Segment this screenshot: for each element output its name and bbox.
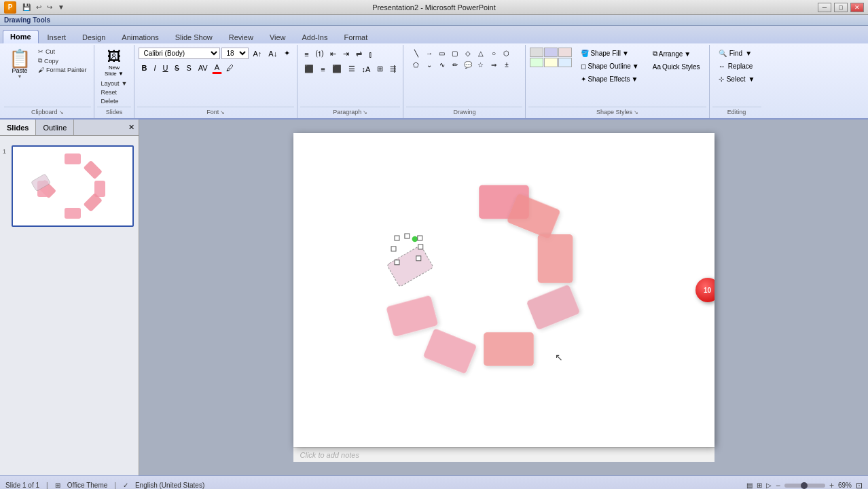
shape-hexagon[interactable]: ⬡ xyxy=(501,48,513,58)
canvas-area[interactable]: ↖ 10 Click to add notes xyxy=(139,120,868,475)
increase-indent-button[interactable]: ⇥ xyxy=(340,48,352,60)
qa-undo[interactable]: ↩ xyxy=(34,3,43,12)
zoom-in-button[interactable]: + xyxy=(829,481,834,490)
shape-free[interactable]: ✏ xyxy=(449,59,461,70)
strikethrough-button[interactable]: S̶ xyxy=(172,62,182,74)
copy-button[interactable]: ⧉ Copy xyxy=(35,56,90,65)
smartart-button[interactable]: ⇶ xyxy=(387,63,399,75)
tab-view[interactable]: View xyxy=(262,31,293,43)
shape-equation[interactable]: ± xyxy=(501,59,513,70)
new-slide-button[interactable]: 🖼 New Slide ▼ xyxy=(103,48,125,78)
underline-button[interactable]: U xyxy=(160,62,171,73)
align-text-button[interactable]: ⊞ xyxy=(374,63,386,75)
paste-button[interactable]: 📋 Paste ▼ xyxy=(5,48,34,81)
columns-button[interactable]: ⫿ xyxy=(366,49,376,60)
shape-callout[interactable]: 💬 xyxy=(462,59,474,70)
find-button[interactable]: 🔍 Find ▼ xyxy=(714,48,757,59)
sidebar-tab-outline[interactable]: Outline xyxy=(36,120,74,135)
font-shrink-button[interactable]: A↓ xyxy=(266,48,280,59)
minimize-button[interactable]: ─ xyxy=(818,3,831,12)
shape-block-arrow[interactable]: ⇒ xyxy=(488,59,500,70)
tab-review[interactable]: Review xyxy=(221,31,261,43)
font-grow-button[interactable]: A↑ xyxy=(250,48,264,59)
font-name-select[interactable]: Calibri (Body) xyxy=(139,48,220,59)
sidebar-tab-slides[interactable]: Slides xyxy=(0,120,36,135)
text-direction-button[interactable]: ↕A xyxy=(359,64,374,75)
style-4[interactable] xyxy=(530,58,543,67)
numbering-button[interactable]: ⑴ xyxy=(313,48,326,60)
char-spacing-button[interactable]: AV xyxy=(196,62,211,73)
italic-button[interactable]: I xyxy=(151,62,158,73)
align-center-button[interactable]: ≡ xyxy=(318,64,327,75)
style-1[interactable] xyxy=(530,48,543,57)
shape-curve[interactable]: ∿ xyxy=(436,59,448,70)
font-color-button[interactable]: A xyxy=(212,62,222,74)
fit-window-button[interactable]: ⊡ xyxy=(856,481,863,490)
tab-slideshow[interactable]: Slide Show xyxy=(168,31,220,43)
shape-more[interactable]: ⌄ xyxy=(423,59,435,70)
shape-circle[interactable]: ○ xyxy=(488,48,500,58)
qa-redo[interactable]: ↪ xyxy=(45,3,54,12)
tab-format[interactable]: Format xyxy=(336,31,375,43)
bullets-button[interactable]: ≡ xyxy=(302,49,311,60)
bold-button[interactable]: B xyxy=(139,62,149,73)
style-6[interactable] xyxy=(558,58,572,67)
shape-star[interactable]: ☆ xyxy=(475,59,487,70)
shape-fill-button[interactable]: 🪣 Shape Fill ▼ xyxy=(576,48,643,59)
delete-button[interactable]: Delete xyxy=(98,97,130,105)
font-expand[interactable]: ↘ xyxy=(220,109,225,115)
align-left-button[interactable]: ⬛ xyxy=(302,63,317,75)
qa-save[interactable]: 💾 xyxy=(20,3,33,12)
clear-format-button[interactable]: ✦ xyxy=(281,48,293,59)
replace-button[interactable]: ↔ Replace xyxy=(714,60,758,72)
view-slide-sorter-icon[interactable]: ⊞ xyxy=(757,482,762,489)
format-painter-button[interactable]: 🖌 Format Painter xyxy=(35,66,90,74)
decrease-indent-button[interactable]: ⇤ xyxy=(327,48,339,60)
zoom-slider[interactable] xyxy=(784,484,825,488)
tab-design[interactable]: Design xyxy=(75,31,113,43)
tab-home[interactable]: Home xyxy=(3,30,39,43)
highlight-button[interactable]: 🖊 xyxy=(223,62,236,73)
paragraph-expand[interactable]: ↘ xyxy=(363,109,367,115)
shape-arrow[interactable]: → xyxy=(423,48,435,58)
notes-area[interactable]: Click to add notes xyxy=(293,447,715,462)
style-3[interactable] xyxy=(558,48,572,57)
tab-insert[interactable]: Insert xyxy=(40,31,74,43)
arrange-button[interactable]: ⧉ Arrange ▼ xyxy=(648,48,705,60)
slide-canvas[interactable]: ↖ 10 xyxy=(293,133,715,447)
justify-button[interactable]: ☰ xyxy=(346,63,358,75)
shadow-button[interactable]: S xyxy=(183,62,194,73)
sidebar-close-button[interactable]: ✕ xyxy=(124,120,139,135)
select-button[interactable]: ⊹ Select ▼ xyxy=(714,73,760,85)
shape-triangle[interactable]: △ xyxy=(475,48,487,58)
slide-thumbnail-1[interactable] xyxy=(12,145,134,227)
shape-rounded-rect[interactable]: ▢ xyxy=(449,48,461,58)
cut-button[interactable]: ✂ Cut xyxy=(35,48,90,56)
view-normal-icon[interactable]: ▤ xyxy=(746,482,753,489)
font-size-select[interactable]: 18 xyxy=(221,48,249,59)
shape-outline-button[interactable]: ◻ Shape Outline ▼ xyxy=(576,60,643,72)
rtl-button[interactable]: ⇌ xyxy=(353,48,365,60)
style-2[interactable] xyxy=(544,48,558,57)
quick-styles-button[interactable]: Aa Quick Styles xyxy=(648,61,705,73)
shape-styles-expand[interactable]: ↘ xyxy=(634,109,638,115)
clipboard-expand[interactable]: ↘ xyxy=(59,109,64,115)
shape-pentagon[interactable]: ⬠ xyxy=(410,59,422,70)
layout-button[interactable]: Layout ▼ xyxy=(98,79,130,88)
tab-addins[interactable]: Add-Ins xyxy=(295,31,336,43)
shape-effects-button[interactable]: ✦ Shape Effects ▼ xyxy=(576,73,643,85)
tab-animations[interactable]: Animations xyxy=(114,31,166,43)
shape-diamond[interactable]: ◇ xyxy=(462,48,474,58)
view-slideshow-icon[interactable]: ▷ xyxy=(766,482,772,489)
reset-button[interactable]: Reset xyxy=(98,88,130,96)
style-5[interactable] xyxy=(544,58,558,67)
zoom-out-button[interactable]: − xyxy=(776,481,780,490)
maximize-button[interactable]: □ xyxy=(834,3,848,12)
paste-dropdown[interactable]: ▼ xyxy=(18,74,22,79)
shape-rect[interactable]: ▭ xyxy=(436,48,448,58)
shape-line[interactable]: ╲ xyxy=(410,48,422,58)
qa-dropdown[interactable]: ▼ xyxy=(56,3,67,12)
zoom-level[interactable]: 69% xyxy=(838,482,852,489)
close-button[interactable]: ✕ xyxy=(850,3,864,12)
align-right-button[interactable]: ⬛ xyxy=(329,63,344,75)
